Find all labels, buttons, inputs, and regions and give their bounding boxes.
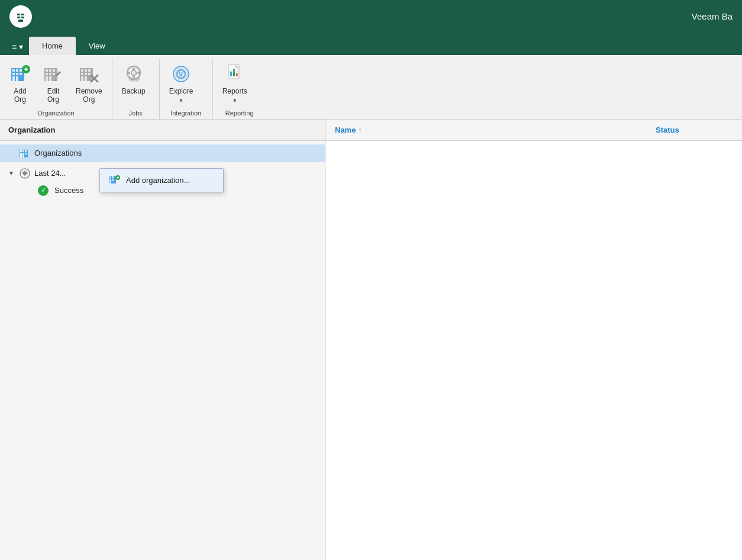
reports-icon [224, 63, 246, 85]
svg-rect-10 [16, 76, 18, 81]
tab-bar: ≡ ▾ Home View [0, 33, 742, 55]
integration-group-label: Integration [164, 107, 208, 119]
last24-expand-arrow: ▼ [8, 170, 15, 176]
svg-rect-67 [109, 181, 111, 184]
svg-rect-4 [16, 69, 18, 72]
svg-rect-50 [233, 69, 235, 76]
add-org-label: AddOrg [14, 87, 26, 104]
svg-rect-8 [20, 73, 22, 75]
add-org-context-icon [108, 173, 120, 187]
svg-rect-64 [112, 176, 114, 178]
success-label: Success [54, 186, 83, 195]
add-organization-label: Add organization... [126, 176, 190, 185]
svg-rect-6 [12, 73, 15, 75]
title-bar: Veeam Ba [0, 0, 742, 33]
explore-button[interactable]: V Explore ▼ [164, 61, 198, 106]
add-org-button[interactable]: AddOrg [5, 61, 36, 107]
svg-rect-39 [133, 68, 135, 70]
add-organization-menu-item[interactable]: Add organization... [100, 169, 223, 192]
remove-org-label: RemoveOrg [76, 87, 102, 104]
right-panel: Name ↑ Status [325, 120, 742, 560]
remove-org-button[interactable]: RemoveOrg [71, 61, 107, 107]
ribbon-group-reporting: Reports ▼ Reporting [213, 59, 266, 119]
right-panel-body [325, 141, 742, 560]
svg-rect-56 [25, 150, 27, 152]
svg-rect-66 [112, 179, 114, 181]
svg-rect-18 [46, 73, 48, 75]
organization-group-label: Organization [5, 107, 107, 119]
status-column-header[interactable]: Status [656, 125, 733, 134]
ribbon-group-integration: V Explore ▼ Integration [160, 59, 213, 119]
svg-rect-65 [109, 179, 111, 181]
left-panel-header: Organization [0, 120, 325, 141]
edit-org-button[interactable]: EditOrg [38, 61, 69, 107]
explore-icon: V [170, 63, 192, 85]
svg-rect-17 [53, 69, 55, 72]
last24-label: Last 24... [34, 169, 66, 178]
name-column-label: Name [335, 125, 356, 134]
tab-view[interactable]: View [76, 37, 118, 55]
svg-rect-63 [109, 176, 111, 178]
svg-rect-26 [81, 69, 83, 72]
svg-rect-42 [137, 72, 140, 74]
backup-label: Backup [122, 87, 146, 95]
svg-rect-15 [46, 69, 48, 72]
svg-rect-27 [85, 69, 87, 72]
reports-arrow: ▼ [232, 98, 237, 104]
sort-asc-icon: ↑ [358, 126, 362, 133]
tree-area: Organizations [0, 141, 325, 560]
reports-button[interactable]: Reports ▼ [218, 61, 252, 106]
last24-icon [19, 168, 31, 179]
app-title: Veeam Ba [692, 11, 733, 21]
svg-rect-31 [88, 73, 91, 75]
ribbon-group-organization: AddOrg [0, 59, 112, 119]
svg-rect-58 [22, 153, 24, 155]
ribbon-group-jobs: Backup Jobs [112, 59, 160, 119]
add-org-icon [9, 63, 31, 85]
svg-rect-75 [22, 173, 24, 173]
edit-org-label: EditOrg [47, 87, 60, 104]
context-menu: Add organization... [99, 168, 224, 192]
svg-rect-19 [49, 73, 51, 75]
menu-button[interactable]: ≡ ▾ [6, 38, 29, 55]
success-icon: ✓ [38, 185, 49, 196]
svg-point-38 [132, 71, 136, 75]
ribbon: AddOrg [0, 55, 742, 120]
edit-org-icon [43, 63, 64, 85]
name-column-header[interactable]: Name ↑ [335, 125, 656, 134]
svg-rect-13 [25, 67, 27, 71]
svg-rect-74 [24, 175, 25, 176]
left-panel: Organization [0, 120, 325, 560]
reporting-group-label: Reporting [218, 107, 262, 119]
svg-rect-54 [20, 150, 22, 152]
svg-rect-1 [18, 20, 23, 22]
svg-rect-73 [24, 170, 25, 172]
remove-org-icon [78, 63, 99, 85]
explore-arrow: ▼ [179, 98, 184, 104]
jobs-group-label: Jobs [117, 107, 154, 119]
svg-rect-76 [26, 173, 28, 173]
tree-item-organizations[interactable]: Organizations [0, 144, 325, 162]
svg-rect-61 [22, 155, 24, 157]
svg-rect-9 [12, 76, 15, 81]
backup-icon [123, 63, 144, 85]
organizations-icon [19, 147, 31, 159]
organizations-label: Organizations [34, 149, 82, 157]
tab-home[interactable]: Home [29, 37, 76, 55]
svg-rect-3 [12, 69, 15, 72]
explore-label: Explore [169, 87, 193, 95]
svg-rect-29 [81, 73, 83, 75]
svg-text:V: V [179, 70, 183, 78]
svg-rect-51 [236, 73, 238, 76]
backup-button[interactable]: Backup [117, 61, 150, 98]
svg-rect-22 [49, 76, 51, 81]
svg-rect-70 [117, 176, 118, 179]
svg-rect-55 [22, 150, 24, 152]
main-content: Organization [0, 120, 742, 560]
svg-rect-7 [16, 73, 18, 75]
svg-rect-30 [85, 73, 87, 75]
status-column-label: Status [656, 125, 679, 134]
svg-rect-41 [128, 72, 130, 74]
svg-rect-49 [230, 72, 232, 76]
svg-rect-32 [81, 76, 83, 81]
